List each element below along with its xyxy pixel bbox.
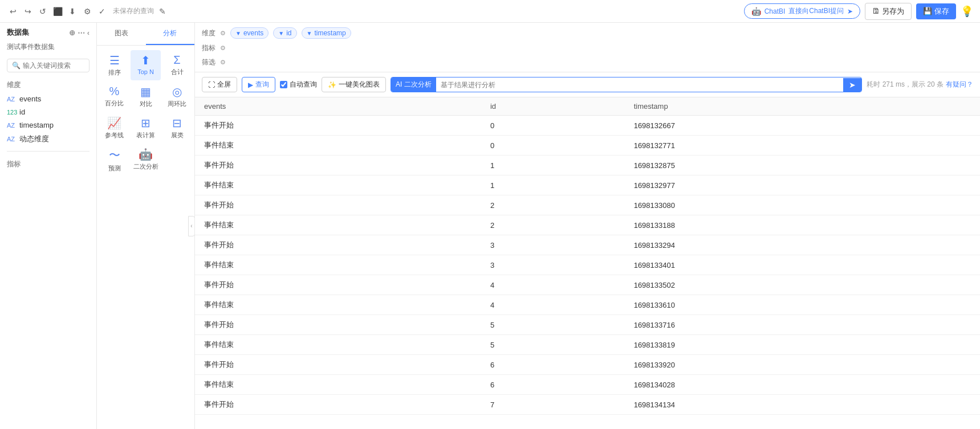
tab-chart[interactable]: 图表 (97, 23, 146, 45)
table-row: 事件开始41698133502 (195, 275, 980, 295)
percent-icon: % (109, 85, 120, 98)
ai-input[interactable] (436, 79, 844, 91)
type-string-icon2: AZ (7, 122, 16, 129)
viz-item-agg[interactable]: Σ 合计 (162, 50, 192, 80)
viz-item-reference[interactable]: 📈 参考线 (99, 113, 129, 143)
check-button[interactable]: ✓ (96, 5, 108, 18)
filter-settings-icon[interactable]: ⚙ (220, 59, 226, 66)
viz-item-percent[interactable]: % 百分比 (99, 81, 129, 112)
viz-item-label: 展类 (171, 131, 184, 140)
table-cell: 事件结束 (195, 375, 481, 395)
viz-item-label: 排序 (108, 68, 121, 77)
calc-icon: ⊞ (141, 116, 151, 130)
save-as-icon: 🖺 (872, 7, 880, 15)
table-cell: 事件开始 (195, 116, 481, 136)
metrics-row: 指标 ⚙ (202, 43, 973, 53)
query-time-label: 耗时 271 ms，展示 20 条 (867, 80, 944, 89)
auto-query-checkbox-label[interactable]: 自动查询 (280, 80, 317, 89)
table-row: 事件结束21698133188 (195, 215, 980, 235)
rank-icon: ☰ (109, 54, 120, 67)
table-cell: 3 (481, 255, 625, 275)
ai-label: AI 二次分析 (391, 77, 436, 92)
table-cell: 1698132667 (625, 116, 980, 136)
table-row: 事件结束31698133401 (195, 255, 980, 275)
metrics-settings-icon[interactable]: ⚙ (220, 44, 226, 52)
reference-icon: 📈 (107, 116, 121, 130)
table-area: events id timestamp 事件开始01698132667事件结束0… (195, 97, 980, 429)
settings-button[interactable]: ⚙ (81, 5, 93, 18)
table-cell: 0 (481, 116, 625, 136)
viz-item-label: 合计 (171, 68, 184, 76)
sidebar-item-events[interactable]: AZ events (0, 92, 96, 105)
ring-icon: ◎ (172, 85, 182, 99)
chatbi-button[interactable]: 🤖 ChatBI 直接向ChatBI提问 ➤ (744, 3, 860, 19)
undo-button[interactable]: ↩ (7, 5, 19, 18)
table-row: 事件开始31698133294 (195, 235, 980, 255)
sidebar-item-label: events (19, 95, 41, 103)
save-button[interactable]: 💾 保存 (916, 3, 956, 19)
table-cell: 事件结束 (195, 295, 481, 315)
dim-tag-events[interactable]: ▼ events (230, 27, 269, 39)
ai-send-button[interactable]: ➤ (843, 78, 861, 92)
beautify-label: 一键美化图表 (339, 80, 380, 89)
viz-item-secondary[interactable]: 🤖 二次分析 (131, 144, 161, 176)
dim-tag-label: id (286, 29, 291, 37)
table-cell: 1698133610 (625, 295, 980, 315)
table-cell: 1698132875 (625, 156, 980, 175)
sidebar-item-label: id (19, 108, 25, 116)
collapse-panel-button[interactable]: ‹ (188, 216, 195, 236)
refresh-button[interactable]: ↺ (36, 5, 49, 18)
dim-tag-timestamp[interactable]: ▼ timestamp (302, 27, 351, 39)
sidebar-collapse-icon[interactable]: ‹ (87, 28, 90, 37)
redo-button[interactable]: ↪ (22, 5, 34, 18)
viz-item-predict[interactable]: 〜 预测 (99, 144, 129, 176)
action-bar: ⛶ 全屏 ▶ 查询 自动查询 ✨ 一键美化图表 AI 二次分析 ➤ 耗时 271 (195, 72, 980, 97)
viz-item-rank[interactable]: ☰ 排序 (99, 50, 129, 80)
play-icon: ▶ (248, 81, 253, 89)
auto-query-checkbox[interactable] (280, 81, 287, 88)
save-as-button[interactable]: 🖺 另存为 (865, 3, 912, 20)
table-cell: 1698133080 (625, 195, 980, 215)
sidebar-add-icon[interactable]: ⊕ (69, 28, 75, 37)
expand-icon: ⊟ (172, 116, 182, 130)
table-cell: 1698132977 (625, 175, 980, 195)
tab-analysis[interactable]: 分析 (146, 23, 195, 45)
sidebar-more-icon[interactable]: ⋯ (78, 28, 85, 37)
viz-item-calc[interactable]: ⊞ 表计算 (131, 113, 161, 143)
table-cell: 事件结束 (195, 335, 481, 355)
viz-item-label: 二次分析 (133, 162, 158, 171)
sidebar-item-timestamp[interactable]: AZ timestamp (0, 119, 96, 132)
dimension-settings-icon[interactable]: ⚙ (220, 30, 226, 37)
lightbulb-icon[interactable]: 💡 (961, 5, 973, 18)
table-cell: 2 (481, 195, 625, 215)
sidebar-item-id[interactable]: 123 id (0, 105, 96, 119)
beautify-button[interactable]: ✨ 一键美化图表 (322, 77, 386, 92)
viz-item-topn[interactable]: ⬆ Top N (131, 50, 161, 80)
col-header-events: events (195, 97, 481, 116)
table-cell: 1698133716 (625, 315, 980, 335)
chatbi-label: ChatBI (765, 7, 786, 15)
edit-title-button[interactable]: ✎ (156, 5, 169, 18)
viz-item-compare[interactable]: ▦ 对比 (131, 81, 161, 112)
dimensions-section-label: 维度 (0, 77, 96, 92)
fullscreen-button[interactable]: ⛶ 全屏 (202, 77, 237, 92)
query-button[interactable]: ▶ 查询 (242, 77, 275, 92)
viz-item-ring[interactable]: ◎ 周环比 (162, 81, 192, 112)
search-input[interactable] (23, 62, 84, 70)
fullscreen-icon: ⛶ (208, 81, 215, 89)
viz-tabs: 图表 分析 (97, 23, 194, 46)
table-cell: 5 (481, 335, 625, 355)
table-row: 事件结束11698132977 (195, 175, 980, 195)
download-button[interactable]: ⬇ (66, 5, 79, 18)
type-number-icon: 123 (7, 109, 16, 116)
dim-tag-id[interactable]: ▼ id (273, 27, 296, 39)
analysis-config: 维度 ⚙ ▼ events ▼ id ▼ timestamp 指标 ⚙ (195, 23, 980, 72)
question-link[interactable]: 有疑问？ (946, 80, 973, 89)
viz-item-expand[interactable]: ⊟ 展类 (162, 113, 192, 143)
query-label: 查询 (255, 80, 269, 89)
table-cell: 3 (481, 235, 625, 255)
save-local-button[interactable]: ⬛ (51, 5, 64, 18)
sidebar-search[interactable]: 🔍 (7, 59, 90, 72)
sidebar-item-dynamic-dimension[interactable]: AZ 动态维度 (0, 132, 96, 146)
table-cell: 0 (481, 136, 625, 156)
